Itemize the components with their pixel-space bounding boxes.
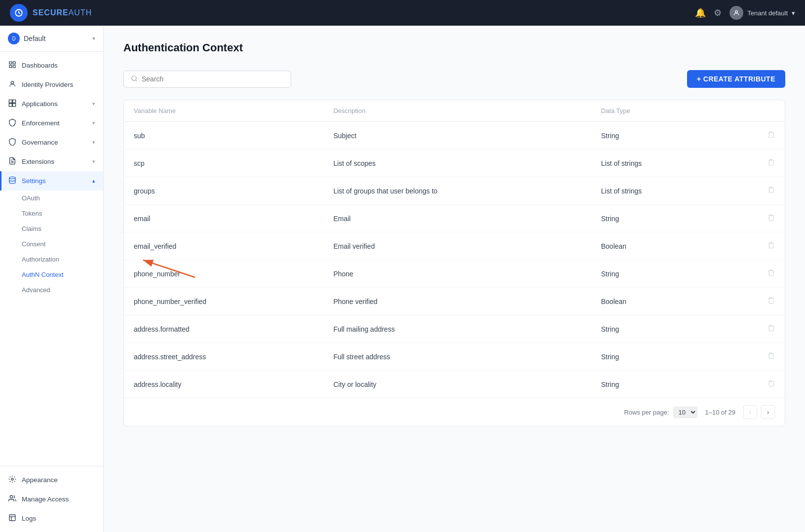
gear-icon[interactable]: ⚙ [714,7,722,18]
table-row: email_verified Email verified Boolean [124,232,785,260]
cell-variable-name: email [124,205,323,232]
cell-description: List of scopes [323,150,591,177]
cell-variable-name: groups [124,177,323,205]
logo-icon [10,4,28,22]
subnav-tokens[interactable]: Tokens [0,206,103,221]
cell-data-type: String [591,343,722,371]
delete-row-button[interactable] [766,212,777,225]
search-box [123,71,291,88]
app-name: SECUREAUTH [33,8,92,17]
cell-description: Email verified [323,232,591,260]
enforcement-label: Enforcement [22,119,87,127]
cell-action [722,205,785,232]
tenant-selector[interactable]: D Default ▾ [0,26,103,52]
attributes-table: Variable Name Description Data Type sub … [123,100,785,426]
avatar [729,6,743,20]
topnav-actions: 🔔 ⚙ Tenant default ▾ [695,6,795,20]
cell-variable-name: scp [124,150,323,177]
delete-row-button[interactable] [766,267,777,280]
page-title: Authentication Context [123,41,785,54]
cell-description: City or locality [323,371,591,398]
topnav-chevron: ▾ [792,9,795,17]
logs-label: Logs [22,515,95,522]
sidebar-item-governance[interactable]: Governance ▾ [0,133,103,152]
settings-chevron: ▴ [92,178,95,184]
dashboards-icon [8,61,17,70]
subnav-advanced[interactable]: Advanced [0,282,103,298]
delete-row-button[interactable] [766,239,777,253]
svg-point-19 [132,76,136,80]
toolbar: + CREATE ATTRIBUTE [123,70,785,88]
svg-rect-4 [9,65,12,68]
cell-data-type: String [591,122,722,150]
cell-action [722,232,785,260]
table-row: phone_number_verified Phone verified Boo… [124,288,785,315]
rows-per-page-label: Rows per page: [624,409,669,416]
subnav-authorization[interactable]: Authorization [0,252,103,267]
tenant-name: Default [24,35,88,42]
cell-description: List of groups that user belongs to [323,177,591,205]
svg-point-1 [735,10,738,13]
extensions-icon [8,157,17,166]
create-attribute-button[interactable]: + CREATE ATTRIBUTE [687,70,785,88]
svg-point-15 [10,495,12,498]
search-icon [131,75,138,83]
svg-rect-9 [9,104,12,107]
cell-variable-name: email_verified [124,232,323,260]
sidebar-item-manage-access[interactable]: Manage Access [0,490,103,509]
table-row: groups List of groups that user belongs … [124,177,785,205]
sidebar-item-settings[interactable]: Settings ▴ [0,171,103,190]
sidebar-item-identity-providers[interactable]: Identity Providers [0,75,103,94]
enforcement-chevron: ▾ [92,120,95,126]
extensions-label: Extensions [22,158,87,165]
cell-variable-name: sub [124,122,323,150]
sidebar-item-applications[interactable]: Applications ▾ [0,94,103,114]
col-actions [722,100,785,122]
subnav-consent[interactable]: Consent [0,236,103,252]
logs-icon [8,514,17,523]
sidebar-footer: Appearance Manage Access Logs [0,466,103,532]
subnav-claims[interactable]: Claims [0,221,103,236]
col-data-type: Data Type [591,100,722,122]
svg-rect-10 [13,104,16,107]
svg-point-6 [11,81,13,84]
cell-action [722,315,785,343]
svg-rect-16 [9,515,15,521]
sidebar-item-appearance[interactable]: Appearance [0,470,103,490]
sidebar: D Default ▾ Dashboards Identity Provider… [0,26,104,532]
tenant-chevron: ▾ [92,35,95,42]
delete-row-button[interactable] [766,156,777,170]
cell-data-type: String [591,260,722,288]
sidebar-item-extensions[interactable]: Extensions ▾ [0,152,103,171]
delete-row-button[interactable] [766,295,777,308]
delete-row-button[interactable] [766,378,777,391]
user-menu[interactable]: Tenant default ▾ [729,6,795,20]
search-input[interactable] [142,75,284,83]
cell-data-type: Boolean [591,288,722,315]
table-body: sub Subject String scp List of scopes Li… [124,122,785,398]
settings-label: Settings [22,177,87,185]
sidebar-item-logs[interactable]: Logs [0,509,103,528]
cell-action [722,343,785,371]
cell-variable-name: address.street_address [124,343,323,371]
cell-variable-name: address.formatted [124,315,323,343]
subnav-authn-context[interactable]: AuthN Context [0,267,103,282]
delete-row-button[interactable] [766,184,777,197]
sidebar-item-enforcement[interactable]: Enforcement ▾ [0,114,103,133]
bell-icon[interactable]: 🔔 [695,7,706,18]
delete-row-button[interactable] [766,350,777,363]
subnav-oauth[interactable]: OAuth [0,190,103,206]
svg-point-14 [11,478,13,480]
appearance-icon [8,475,17,485]
col-description: Description [323,100,591,122]
cell-action [722,122,785,150]
prev-page-button[interactable]: ‹ [743,405,757,419]
svg-rect-8 [13,100,16,103]
delete-row-button[interactable] [766,322,777,336]
delete-row-button[interactable] [766,129,777,142]
sidebar-item-dashboards[interactable]: Dashboards [0,56,103,75]
rows-per-page-select[interactable]: 10 25 50 [673,407,697,418]
next-page-button[interactable]: › [761,405,775,419]
svg-rect-5 [13,65,15,68]
governance-chevron: ▾ [92,139,95,146]
